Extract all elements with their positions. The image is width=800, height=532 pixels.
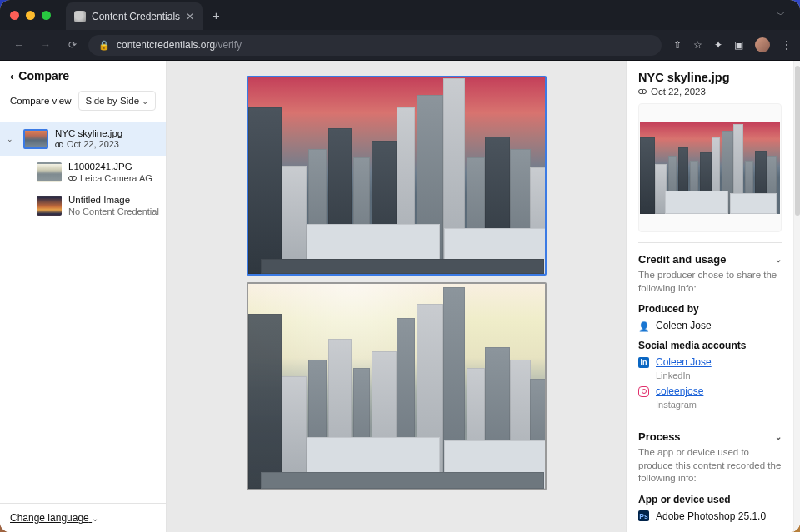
tab-overflow-button[interactable]: ﹀ [777, 9, 790, 21]
forward-button[interactable]: → [35, 39, 57, 51]
social-accounts-label: Social media accounts [638, 340, 782, 351]
toolbar-icons: ⇧ ☆ ✦ ▣ ⋮ [673, 37, 792, 52]
credential-badge-icon [638, 87, 647, 96]
maximize-window-button[interactable] [42, 11, 51, 20]
asset-title: NYC skyline.jpg [638, 71, 782, 84]
linkedin-caption: LinkedIn [656, 370, 782, 380]
asset-preview [638, 103, 782, 232]
producer-name: Coleen Jose [656, 320, 712, 331]
scrollbar[interactable] [793, 61, 800, 532]
linkedin-row: in Coleen Jose [638, 356, 782, 368]
titlebar: Content Credentials ✕ + ﹀ [0, 0, 800, 30]
asset-thumb [23, 129, 48, 149]
process-blurb: The app or device used to produce this c… [638, 446, 782, 485]
asset-name: NYC skyline.jpg [55, 127, 122, 139]
asset-name: Untitled Image [68, 194, 159, 206]
instagram-caption: Instagram [656, 400, 782, 410]
sidebar-title: Compare [18, 69, 69, 82]
process-section: Process ⌄ The app or device used to prod… [638, 420, 782, 522]
asset-item-l1000241[interactable]: L1000241.JPG Leica Camera AG [0, 156, 166, 189]
credit-blurb: The producer chose to share the followin… [638, 269, 782, 295]
kebab-menu-icon[interactable]: ⋮ [782, 39, 792, 51]
tab-title: Content Credentials [92, 11, 180, 22]
asset-item-nyc-skyline[interactable]: ⌄ NYC skyline.jpg Oct 22, 2023 [0, 122, 166, 156]
asset-sub: Oct 22, 2023 [55, 139, 122, 151]
close-tab-button[interactable]: ✕ [186, 11, 194, 22]
photoshop-icon: Ps [638, 510, 649, 521]
app-body: ‹ Compare Compare view Side by Side ⌄ ⌄ … [0, 60, 800, 532]
browser-window: Content Credentials ✕ + ﹀ ← → ⟳ 🔒 conten… [0, 0, 800, 532]
bookmark-icon[interactable]: ☆ [693, 39, 702, 51]
chevron-down-icon: ⌄ [142, 97, 148, 106]
instagram-link[interactable]: coleenjose [656, 385, 703, 397]
instagram-row: coleenjose [638, 385, 782, 397]
person-icon [638, 321, 649, 331]
url-display: contentcredentials.org/verify [117, 39, 242, 51]
new-tab-button[interactable]: + [212, 8, 220, 22]
details-panel[interactable]: NYC skyline.jpg Oct 22, 2023 [627, 61, 793, 532]
sidebar: ‹ Compare Compare view Side by Side ⌄ ⌄ … [0, 61, 167, 532]
window-controls [10, 11, 51, 20]
panel-toggle-icon[interactable]: ▣ [734, 39, 743, 51]
lock-icon: 🔒 [98, 40, 110, 51]
share-icon[interactable]: ⇧ [673, 39, 682, 51]
compare-view-label: Compare view [10, 96, 72, 106]
asset-item-untitled[interactable]: Untitled Image No Content Credential [0, 189, 166, 222]
back-chevron-icon[interactable]: ‹ [10, 70, 13, 82]
linkedin-icon: in [638, 357, 649, 368]
reload-button[interactable]: ⟳ [62, 39, 83, 51]
app-row: Ps Adobe Photoshop 25.1.0 [638, 510, 782, 522]
linkedin-link[interactable]: Coleen Jose [656, 356, 712, 368]
skyline-illustration [248, 284, 545, 489]
sidebar-header: ‹ Compare [0, 61, 166, 91]
compare-view-select[interactable]: Side by Side ⌄ [78, 91, 157, 111]
produced-by-label: Produced by [638, 303, 782, 315]
credential-badge-icon [68, 174, 77, 182]
app-used-label: App or device used [638, 494, 782, 505]
compare-view-value: Side by Side [86, 96, 140, 106]
tab-favicon-icon [74, 11, 86, 22]
close-window-button[interactable] [10, 11, 19, 20]
address-bar: ← → ⟳ 🔒 contentcredentials.org/verify ⇧ … [0, 30, 800, 60]
credit-section: Credit and usage ⌄ The producer chose to… [638, 242, 782, 410]
credit-heading: Credit and usage [638, 253, 726, 266]
asset-name: L1000241.JPG [68, 161, 152, 172]
app-name: Adobe Photoshop 25.1.0 [656, 510, 766, 522]
minimize-window-button[interactable] [26, 11, 35, 20]
compare-viewer[interactable] [167, 61, 627, 532]
omnibox[interactable]: 🔒 contentcredentials.org/verify [88, 35, 662, 56]
asset-thumb [37, 162, 62, 182]
expand-chevron-icon[interactable]: ⌄ [7, 135, 13, 143]
browser-tab[interactable]: Content Credentials ✕ [66, 2, 202, 30]
producer-row: Coleen Jose [638, 320, 782, 331]
chevron-down-icon: ⌄ [775, 255, 782, 264]
skyline-illustration [248, 77, 545, 274]
svg-point-3 [72, 177, 76, 181]
process-heading-row[interactable]: Process ⌄ [638, 430, 782, 443]
asset-thumb [37, 196, 62, 216]
svg-point-5 [642, 89, 646, 93]
sidebar-footer: Change language ⌄ [0, 503, 166, 532]
compare-view-control: Compare view Side by Side ⌄ [0, 91, 166, 119]
credit-heading-row[interactable]: Credit and usage ⌄ [638, 253, 782, 266]
back-button[interactable]: ← [8, 39, 30, 51]
asset-sub: Leica Camera AG [68, 173, 152, 185]
instagram-icon [638, 386, 649, 397]
extensions-icon[interactable]: ✦ [714, 39, 722, 51]
compare-image-bottom[interactable] [247, 282, 547, 490]
asset-list: ⌄ NYC skyline.jpg Oct 22, 2023 L1000241.… [0, 119, 166, 503]
chevron-down-icon: ⌄ [775, 432, 782, 441]
asset-sub: No Content Credential [68, 206, 159, 218]
credential-badge-icon [55, 141, 63, 149]
asset-date: Oct 22, 2023 [638, 87, 782, 97]
profile-avatar[interactable] [755, 37, 770, 52]
scrollbar-thumb[interactable] [795, 66, 800, 216]
process-heading: Process [638, 430, 681, 443]
chevron-down-icon: ⌄ [92, 514, 98, 523]
svg-point-1 [58, 143, 62, 147]
change-language-link[interactable]: Change language [10, 512, 92, 524]
compare-image-top[interactable] [247, 76, 547, 276]
